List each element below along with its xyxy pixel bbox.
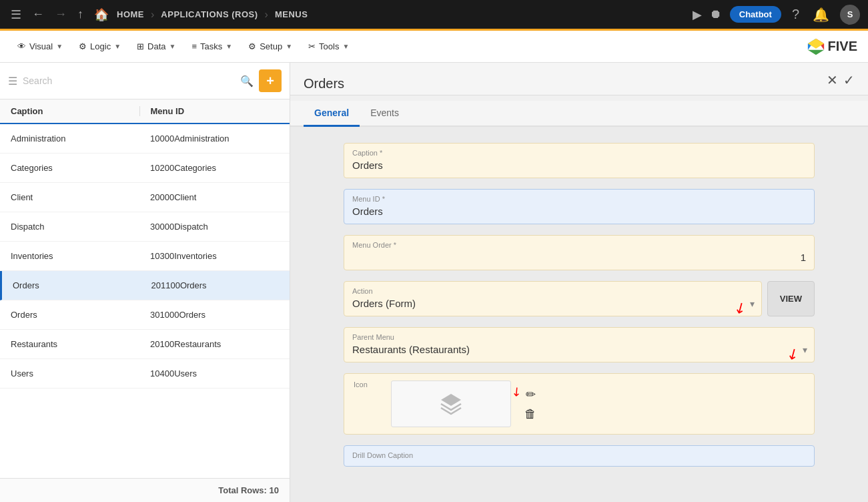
toolbar-data[interactable]: ⊞ Data ▼: [130, 37, 182, 55]
table-row[interactable]: Orders 301000Orders: [0, 300, 290, 330]
cell-caption: Inventories: [11, 251, 139, 261]
toolbar-data-label: Data: [147, 41, 165, 51]
table-row[interactable]: Users 10400Users: [0, 359, 290, 389]
total-rows: Total Rows: 10: [218, 485, 279, 495]
grid-icon: ⊞: [137, 41, 144, 51]
forward-icon[interactable]: →: [52, 5, 69, 24]
svg-marker-3: [807, 38, 823, 48]
tab-general[interactable]: General: [304, 101, 360, 127]
user-avatar[interactable]: S: [840, 5, 860, 25]
icon-field: Icon ✏ ↙ 🗑: [344, 373, 815, 435]
cell-caption: Categories: [11, 163, 139, 173]
panel-close-button[interactable]: ✕: [827, 72, 838, 88]
menuorder-value: 1: [352, 252, 806, 263]
breadcrumb-sep-1: ›: [151, 9, 154, 21]
table-row[interactable]: Dispatch 30000Dispatch: [0, 212, 290, 242]
breadcrumb-applications: APPLICATIONS (ROS): [161, 9, 258, 19]
parentmenu-field-inner[interactable]: Parent Menu Restaurants (Restaurants) ▾ …: [344, 327, 815, 362]
toolbar: 👁 Visual ▼ ⚙ Logic ▼ ⊞ Data ▼ ≡ Tasks ▼ …: [0, 31, 868, 63]
cell-menuid: 10200Categories: [139, 163, 279, 173]
table-row[interactable]: Restaurants 20100Restaurants: [0, 330, 290, 359]
five-logo: FIVE: [807, 37, 857, 56]
menuid-label: Menu ID *: [352, 195, 806, 203]
toolbar-tools-label: Tools: [319, 41, 339, 51]
add-button[interactable]: +: [259, 69, 282, 92]
action-row: Action Orders (Form) ▾ ↙ VIEW: [344, 281, 815, 316]
cell-menuid: 20100Restaurants: [139, 339, 279, 349]
breadcrumb-menus: MENUS: [275, 9, 308, 19]
menuid-field: Menu ID * Orders: [344, 189, 815, 224]
table-footer: Total Rows: 10: [0, 478, 290, 502]
cell-caption: Dispatch: [11, 222, 139, 232]
cell-menuid: 30000Dispatch: [139, 222, 279, 232]
cell-caption: Restaurants: [11, 339, 139, 349]
cell-caption: Users: [11, 368, 139, 379]
table-body: Administration 10000Administration Categ…: [0, 124, 290, 478]
tasks-icon: ≡: [191, 41, 197, 51]
action-value: Orders (Form): [352, 298, 753, 309]
tab-events[interactable]: Events: [360, 101, 410, 127]
toolbar-logic[interactable]: ⚙ Logic ▼: [72, 37, 127, 55]
panel-header: Orders ✕ ✓: [290, 63, 868, 95]
table-row[interactable]: Inventories 10300Inventories: [0, 242, 290, 271]
table-row[interactable]: Orders 201100Orders: [0, 271, 290, 300]
breadcrumb-home: HOME: [117, 9, 144, 19]
svg-marker-1: [807, 49, 823, 54]
menuid-header: Menu ID: [139, 106, 280, 116]
cell-menuid: 201100Orders: [141, 280, 280, 290]
drilldown-label: Drill Down Caption: [352, 451, 806, 459]
filter-icon: ☰: [8, 75, 17, 87]
form-content: Caption * Orders Menu ID * Orders Menu O…: [290, 127, 868, 502]
search-input[interactable]: [23, 75, 235, 86]
breadcrumb-sep-2: ›: [265, 9, 268, 21]
play-icon[interactable]: ▶: [693, 7, 702, 22]
table-row[interactable]: Categories 10200Categories: [0, 154, 290, 183]
menuid-field-inner[interactable]: Menu ID * Orders: [344, 189, 815, 224]
icon-actions: ✏ ↙ 🗑: [518, 374, 543, 434]
menuorder-field-inner[interactable]: Menu Order * 1: [344, 235, 815, 270]
toolbar-tasks-label: Tasks: [200, 41, 222, 51]
help-icon[interactable]: ?: [789, 4, 802, 25]
drilldown-field-inner[interactable]: Drill Down Caption: [344, 445, 815, 467]
menuorder-field: Menu Order * 1: [344, 235, 815, 270]
cell-caption: Administration: [11, 134, 139, 144]
drilldown-field: Drill Down Caption: [344, 445, 815, 467]
top-nav: ☰ ← → ↑ 🏠 HOME › APPLICATIONS (ROS) › ME…: [0, 0, 868, 31]
action-field-inner[interactable]: Action Orders (Form) ▾ ↙: [344, 281, 762, 316]
table-row[interactable]: Client 20000Client: [0, 183, 290, 212]
toolbar-visual-label: Visual: [29, 41, 53, 51]
five-logo-text: FIVE: [828, 39, 857, 54]
cell-menuid: 10300Inventories: [139, 251, 279, 261]
toolbar-setup[interactable]: ⚙ Setup ▼: [242, 37, 299, 55]
caption-field-inner[interactable]: Caption * Orders: [344, 143, 815, 178]
record-icon[interactable]: ⏺: [710, 7, 722, 21]
right-panel: Orders ✕ ✓ General Events Caption * Orde…: [290, 63, 868, 502]
cell-menuid: 10000Administration: [139, 134, 279, 144]
hamburger-icon[interactable]: ☰: [8, 5, 24, 25]
icon-edit-button[interactable]: ✏: [524, 387, 536, 402]
up-icon[interactable]: ↑: [75, 5, 86, 24]
table-row[interactable]: Administration 10000Administration: [0, 124, 290, 154]
visual-caret: ▼: [56, 43, 63, 50]
view-button[interactable]: VIEW: [767, 281, 815, 316]
caption-field: Caption * Orders: [344, 143, 815, 178]
main-layout: ☰ 🔍 + Caption Menu ID Administration 100…: [0, 63, 868, 502]
parentmenu-field: Parent Menu Restaurants (Restaurants) ▾ …: [344, 327, 815, 362]
tabs: General Events: [290, 101, 868, 127]
toolbar-tasks[interactable]: ≡ Tasks ▼: [185, 37, 239, 55]
notification-icon[interactable]: 🔔: [810, 4, 832, 25]
action-dropdown-arrow: ▾: [750, 298, 755, 309]
panel-save-button[interactable]: ✓: [843, 72, 855, 88]
chatbot-button[interactable]: Chatbot: [730, 6, 781, 23]
logic-caret: ▼: [114, 43, 121, 50]
icon-delete-button[interactable]: 🗑: [524, 407, 536, 421]
toolbar-tools[interactable]: ✂ Tools ▼: [302, 37, 356, 55]
back-icon[interactable]: ←: [29, 5, 47, 24]
search-icon[interactable]: 🔍: [240, 75, 254, 87]
cell-caption: Client: [11, 192, 139, 202]
five-logo-icon: [807, 37, 825, 56]
left-panel: ☰ 🔍 + Caption Menu ID Administration 100…: [0, 63, 290, 502]
toolbar-visual[interactable]: 👁 Visual ▼: [11, 37, 69, 55]
icon-preview: [391, 381, 511, 427]
home-icon[interactable]: 🏠: [91, 5, 111, 25]
